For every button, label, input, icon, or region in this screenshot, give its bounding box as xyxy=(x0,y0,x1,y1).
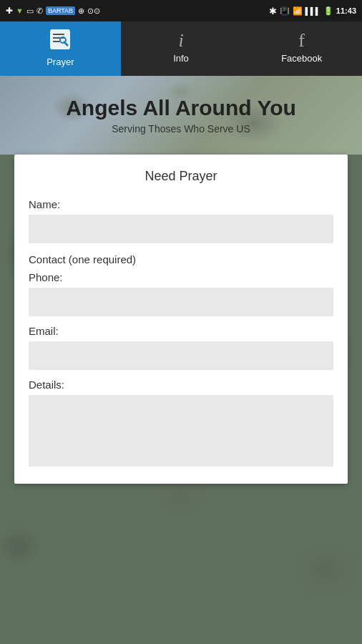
hero-title: Angels All Around You xyxy=(66,96,296,120)
status-icons-left: ✚ ▼ ▭ ✆ BARTAB ⊕ ⊙⊙ xyxy=(6,6,100,16)
contact-section-label: Contact (one required) xyxy=(29,253,333,265)
status-time: 11:43 xyxy=(336,6,356,15)
form-title: Need Prayer xyxy=(29,169,333,184)
tab-facebook-label: Facebook xyxy=(281,53,322,64)
battery-icon: 🔋 xyxy=(323,6,333,16)
form-card: Need Prayer Name: Contact (one required)… xyxy=(14,155,348,484)
notification-icon: ✚ xyxy=(6,6,13,16)
tab-prayer-label: Prayer xyxy=(47,57,74,67)
signal-icon: 📶 xyxy=(293,6,303,16)
phone-icon: ✆ xyxy=(36,6,43,16)
name-field-group: Name: xyxy=(29,198,333,243)
tab-info[interactable]: i Info xyxy=(121,21,242,76)
tab-facebook[interactable]: f Facebook xyxy=(241,21,362,76)
wifi-down-icon: ▼ xyxy=(16,6,24,15)
name-label: Name: xyxy=(29,198,333,210)
email-field-group: Email: xyxy=(29,325,333,370)
tab-bar: Prayer i Info f Facebook xyxy=(0,21,362,76)
tab-info-label: Info xyxy=(173,53,189,64)
facebook-tab-icon: f xyxy=(298,31,305,50)
network-icon: ▌▌▌ xyxy=(305,7,321,15)
person-icon: ⊕ xyxy=(78,6,84,16)
status-bar: ✚ ▼ ▭ ✆ BARTAB ⊕ ⊙⊙ ✱ 📳 📶 ▌▌▌ 🔋 11:43 xyxy=(0,0,362,21)
name-input[interactable] xyxy=(29,215,333,243)
tab-prayer[interactable]: Prayer xyxy=(0,21,121,76)
prayer-tab-icon xyxy=(49,28,72,54)
phone-label: Phone: xyxy=(29,271,333,283)
screen-icon: ▭ xyxy=(26,6,34,16)
hero-section: Angels All Around You Serving Thoses Who… xyxy=(0,76,362,155)
app-icon: BARTAB xyxy=(46,6,75,15)
email-input[interactable] xyxy=(29,341,333,370)
voicemail-icon: ⊙⊙ xyxy=(87,6,100,16)
vibrate-icon: 📳 xyxy=(280,6,290,16)
phone-input[interactable] xyxy=(29,288,333,316)
details-textarea[interactable] xyxy=(29,395,333,467)
info-tab-icon: i xyxy=(178,31,183,50)
email-label: Email: xyxy=(29,325,333,337)
hero-subtitle: Serving Thoses Who Serve US xyxy=(112,123,250,135)
status-icons-right: ✱ 📳 📶 ▌▌▌ 🔋 11:43 xyxy=(269,6,356,16)
details-field-group: Details: xyxy=(29,379,333,467)
details-label: Details: xyxy=(29,379,333,391)
bluetooth-icon: ✱ xyxy=(269,6,277,16)
phone-field-group: Phone: xyxy=(29,271,333,316)
